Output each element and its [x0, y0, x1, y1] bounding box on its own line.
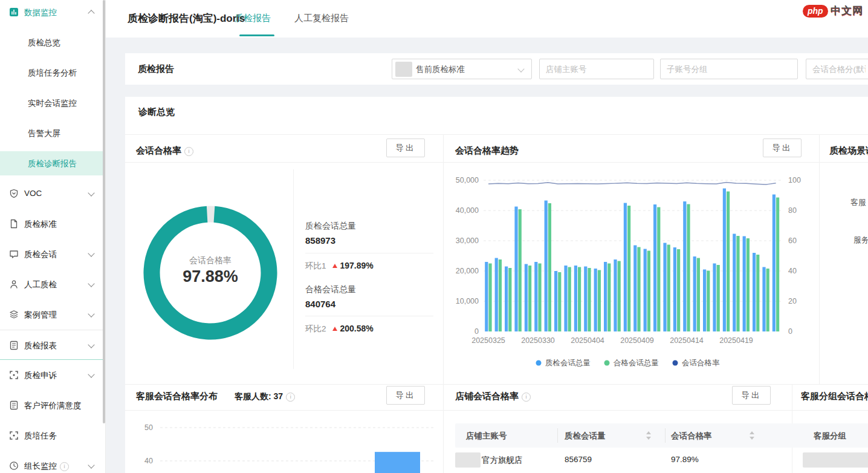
- chevron-down-icon: [88, 280, 94, 287]
- chat-bubble-icon: [9, 249, 19, 259]
- stat-value: 840764: [305, 299, 335, 309]
- sidebar-item-qc-overview[interactable]: 质检总览: [0, 27, 105, 57]
- divider: [819, 134, 820, 384]
- sidebar-item-qc-standard[interactable]: 质检标准: [0, 209, 105, 239]
- export-button[interactable]: 导出: [386, 139, 425, 157]
- chevron-down-icon: [88, 462, 94, 468]
- divider: [293, 169, 294, 369]
- redacted-brand-blob: [395, 62, 412, 77]
- sort-icon[interactable]: [750, 430, 755, 441]
- scene-category-label: 服务: [853, 235, 868, 246]
- divider: [557, 428, 558, 443]
- info-icon[interactable]: [522, 393, 531, 402]
- diagnosis-overview-card: 诊断总览 会话合格率 导出 会话合格率 97.88% 质检会话总量 858973…: [125, 97, 868, 473]
- divider: [305, 316, 433, 316]
- svg-text:40: 40: [144, 457, 153, 465]
- sidebar-item-training-task-analysis[interactable]: 质培任务分析: [0, 57, 105, 88]
- sidebar-item-leader-monitor[interactable]: 组长监控: [0, 451, 105, 473]
- svg-text:20250330: 20250330: [521, 336, 555, 345]
- svg-text:20250404: 20250404: [571, 336, 604, 345]
- stat-value: 858973: [305, 235, 335, 246]
- chevron-down-icon: [88, 310, 94, 317]
- column-header-qc-volume: 质检会话量: [565, 431, 606, 442]
- cell-qc-volume: 856759: [565, 455, 592, 464]
- info-icon[interactable]: [286, 393, 295, 402]
- pass-rate-trend-chart[interactable]: 010,00020,00030,00040,00050,000020406080…: [443, 163, 817, 384]
- sidebar-item-data-monitor[interactable]: 数据监控: [0, 0, 105, 27]
- shield-icon: [9, 189, 19, 198]
- content-area: 质检报告 售前质检标准 诊断总览 会话合格率 导出: [105, 38, 868, 473]
- sidebar-item-qc-session[interactable]: 质检会话: [0, 239, 105, 269]
- up-triangle-icon: [332, 264, 337, 268]
- svg-text:20250325: 20250325: [471, 336, 505, 345]
- column-header-pass-rate: 会话合格率: [671, 431, 712, 442]
- trend-card-title: 会话合格率趋势: [455, 145, 519, 157]
- export-button[interactable]: 导出: [386, 386, 425, 405]
- sidebar-item-customer-satisfaction[interactable]: 客户评价满意度: [0, 390, 105, 420]
- svg-text:会话合格率: 会话合格率: [682, 359, 720, 367]
- sidebar-item-qc-diagnosis-report[interactable]: 质检诊断报告: [0, 148, 105, 178]
- cell-shop-name: 官方旗舰店: [482, 455, 523, 466]
- distribution-card-title: 客服会话合格率分布: [136, 391, 218, 402]
- divider: [125, 384, 868, 385]
- sidebar-item-qc-appeal[interactable]: 质检申诉: [0, 360, 105, 390]
- svg-text:20: 20: [788, 297, 797, 305]
- export-button[interactable]: 导出: [763, 139, 802, 157]
- qc-dashboard: 数据监控 质检总览 质培任务分析 实时会话监控 告警大屏 质检诊断报告 VOC …: [0, 0, 868, 473]
- info-icon: [60, 462, 69, 471]
- redacted-shop-name-blob: [455, 452, 481, 468]
- qc-standard-select[interactable]: 售前质检标准: [392, 59, 532, 79]
- svg-text:质检会话总量: 质检会话总量: [545, 359, 591, 367]
- sidebar-item-qc-reports[interactable]: 质检报表: [0, 330, 105, 360]
- svg-text:60: 60: [788, 236, 797, 245]
- subaccount-group-input[interactable]: [660, 59, 798, 79]
- php-logo-badge: php: [803, 5, 828, 18]
- session-pass-score-input[interactable]: [806, 59, 868, 79]
- export-button[interactable]: 导出: [732, 386, 771, 405]
- frame-corners-icon: [9, 370, 19, 380]
- donut-center-label: 会话合格率: [162, 255, 259, 266]
- document-icon: [9, 219, 19, 229]
- chevron-down-icon: [88, 371, 94, 377]
- report-icon: [9, 400, 19, 410]
- column-header-shop-account: 店铺主账号: [466, 431, 507, 442]
- scene-card-title: 质检场景诊断: [829, 145, 868, 157]
- svg-text:0: 0: [474, 327, 479, 336]
- sidebar-item-realtime-session-monitor[interactable]: 实时会话监控: [0, 88, 105, 118]
- stat-label: 质检会话总量: [305, 221, 356, 232]
- active-tab-underline: [239, 34, 274, 36]
- chevron-down-icon: [517, 65, 524, 72]
- ratio-row: 环比2200.58%: [305, 324, 374, 334]
- sidebar-item-manual-qc[interactable]: 人工质检: [0, 269, 105, 299]
- sidebar-item-alert-screen[interactable]: 告警大屏: [0, 118, 105, 148]
- layers-icon: [9, 310, 19, 319]
- sort-icon[interactable]: [646, 430, 652, 441]
- sidebar-item-training-task[interactable]: 质培任务: [0, 420, 105, 451]
- top-bar: 质检报告 人工复检报告 质检诊断报告(淘宝)-doris php 中文网: [105, 0, 868, 38]
- sidebar-scrollbar[interactable]: [103, 0, 105, 423]
- info-icon[interactable]: [184, 147, 193, 156]
- sidebar-item-case-management[interactable]: 案例管理: [0, 299, 105, 330]
- tab-manual-recheck-report[interactable]: 人工复检报告: [294, 13, 349, 24]
- svg-text:80: 80: [788, 206, 797, 215]
- svg-text:50,000: 50,000: [456, 176, 479, 184]
- divider: [125, 134, 868, 135]
- shop-account-input[interactable]: [539, 59, 654, 79]
- donut-center-value: 97.88%: [150, 267, 271, 286]
- svg-text:合格会话总量: 合格会话总量: [613, 359, 659, 367]
- donut-card-title: 会话合格率: [136, 145, 193, 157]
- sidebar-item-voc[interactable]: VOC: [0, 178, 105, 209]
- chevron-down-icon: [88, 189, 94, 196]
- svg-text:40: 40: [788, 267, 797, 275]
- agent-count-label: 客服人数: 37: [235, 391, 295, 402]
- svg-text:30,000: 30,000: [456, 236, 479, 245]
- sidebar: 数据监控 质检总览 质培任务分析 实时会话监控 告警大屏 质检诊断报告 VOC …: [0, 0, 106, 473]
- filter-card-title: 质检报告: [138, 53, 174, 85]
- shop-card-title: 店铺会话合格率: [455, 391, 531, 402]
- scene-category-label: 客服: [850, 197, 866, 208]
- chevron-down-icon: [88, 250, 94, 256]
- divider: [125, 410, 868, 411]
- divider: [125, 162, 868, 163]
- bar-chart-icon: [9, 7, 19, 17]
- svg-text:20250419: 20250419: [719, 336, 753, 345]
